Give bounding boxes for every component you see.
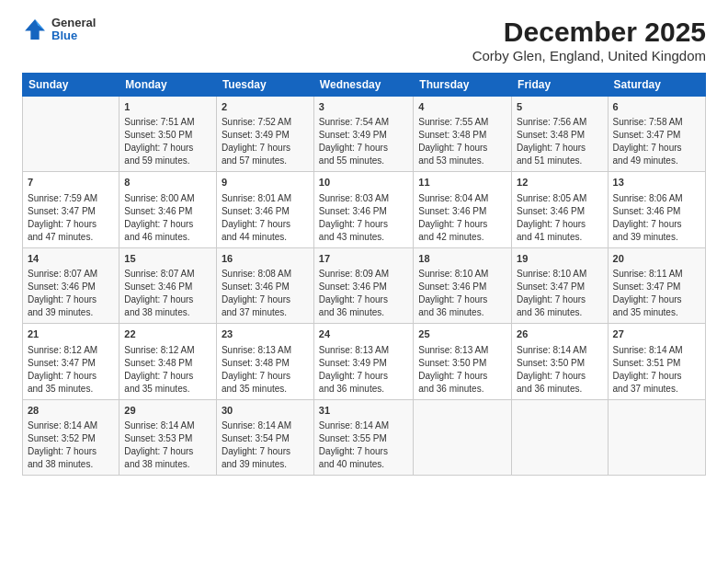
cell-info-line: Daylight: 7 hours bbox=[319, 293, 408, 306]
cell-info-line: Daylight: 7 hours bbox=[319, 218, 408, 231]
day-number: 25 bbox=[418, 327, 506, 341]
day-number: 21 bbox=[28, 327, 114, 341]
cell-info-line: Sunset: 3:52 PM bbox=[28, 432, 114, 445]
calendar-cell: 7Sunrise: 7:59 AMSunset: 3:47 PMDaylight… bbox=[23, 172, 119, 247]
cell-info-line: and 51 minutes. bbox=[517, 155, 602, 167]
day-number: 19 bbox=[517, 252, 602, 266]
calendar-cell: 18Sunrise: 8:10 AMSunset: 3:46 PMDayligh… bbox=[414, 247, 512, 323]
cell-info-line: Sunrise: 8:04 AM bbox=[418, 192, 506, 205]
cell-info-line: Sunrise: 8:07 AM bbox=[28, 268, 114, 281]
calendar-cell: 24Sunrise: 8:13 AMSunset: 3:49 PMDayligh… bbox=[313, 324, 413, 399]
calendar-week-row: 14Sunrise: 8:07 AMSunset: 3:46 PMDayligh… bbox=[23, 247, 706, 323]
calendar-cell: 31Sunrise: 8:14 AMSunset: 3:55 PMDayligh… bbox=[313, 399, 413, 475]
cell-info-line: Daylight: 7 hours bbox=[28, 293, 114, 306]
calendar-cell: 28Sunrise: 8:14 AMSunset: 3:52 PMDayligh… bbox=[23, 399, 119, 475]
cell-info-line: Sunset: 3:48 PM bbox=[222, 357, 309, 370]
cell-info-line: Sunrise: 7:56 AM bbox=[517, 116, 602, 129]
calendar-cell: 30Sunrise: 8:14 AMSunset: 3:54 PMDayligh… bbox=[216, 399, 313, 475]
day-number: 2 bbox=[222, 100, 309, 114]
cell-info-line: Sunset: 3:48 PM bbox=[517, 129, 602, 142]
cell-info-line: and 59 minutes. bbox=[124, 155, 211, 167]
calendar-week-row: 7Sunrise: 7:59 AMSunset: 3:47 PMDaylight… bbox=[23, 172, 706, 247]
cell-info-line: and 46 minutes. bbox=[124, 231, 211, 244]
calendar-week-row: 1Sunrise: 7:51 AMSunset: 3:50 PMDaylight… bbox=[23, 97, 706, 172]
cell-info-line: Sunset: 3:47 PM bbox=[28, 205, 114, 218]
calendar-cell: 19Sunrise: 8:10 AMSunset: 3:47 PMDayligh… bbox=[512, 247, 608, 323]
cell-info-line: Sunrise: 7:51 AM bbox=[124, 116, 211, 129]
cell-info-line: Sunrise: 8:00 AM bbox=[124, 192, 211, 205]
cell-info-line: Sunset: 3:46 PM bbox=[319, 205, 408, 218]
cell-info-line: Sunset: 3:46 PM bbox=[517, 205, 602, 218]
calendar-cell: 13Sunrise: 8:06 AMSunset: 3:46 PMDayligh… bbox=[608, 172, 705, 247]
calendar-cell bbox=[512, 399, 608, 475]
calendar-week-row: 28Sunrise: 8:14 AMSunset: 3:52 PMDayligh… bbox=[23, 399, 706, 475]
cell-info-line: Sunrise: 7:52 AM bbox=[222, 116, 309, 129]
cell-info-line: and 38 minutes. bbox=[28, 458, 114, 471]
cell-info-line: and 57 minutes. bbox=[222, 155, 309, 167]
cell-info-line: and 35 minutes. bbox=[28, 383, 114, 396]
cell-info-line: Daylight: 7 hours bbox=[418, 218, 506, 231]
cell-info-line: and 36 minutes. bbox=[319, 383, 408, 396]
cell-info-line: and 47 minutes. bbox=[28, 231, 114, 244]
cell-info-line: Sunset: 3:49 PM bbox=[222, 129, 309, 142]
cell-info-line: Daylight: 7 hours bbox=[517, 142, 602, 155]
day-number: 31 bbox=[319, 404, 408, 418]
calendar-cell: 12Sunrise: 8:05 AMSunset: 3:46 PMDayligh… bbox=[512, 172, 608, 247]
day-number: 30 bbox=[222, 404, 309, 418]
cell-info-line: and 49 minutes. bbox=[613, 155, 700, 167]
cell-info-line: Sunset: 3:47 PM bbox=[613, 129, 700, 142]
calendar-day-header: Saturday bbox=[608, 74, 705, 97]
cell-info-line: and 37 minutes. bbox=[222, 306, 309, 319]
cell-info-line: Daylight: 7 hours bbox=[613, 293, 700, 306]
calendar-cell bbox=[414, 399, 512, 475]
cell-info-line: and 35 minutes. bbox=[124, 383, 211, 396]
calendar-cell bbox=[23, 97, 119, 172]
cell-info-line: Sunrise: 8:06 AM bbox=[613, 192, 700, 205]
cell-info-line: Sunset: 3:46 PM bbox=[28, 281, 114, 293]
cell-info-line: Daylight: 7 hours bbox=[222, 445, 309, 458]
cell-info-line: Daylight: 7 hours bbox=[517, 218, 602, 231]
cell-info-line: Sunset: 3:47 PM bbox=[28, 357, 114, 370]
cell-info-line: Daylight: 7 hours bbox=[124, 445, 211, 458]
cell-info-line: Sunset: 3:46 PM bbox=[418, 205, 506, 218]
day-number: 26 bbox=[517, 327, 602, 341]
page: General Blue December 2025 Corby Glen, E… bbox=[0, 0, 728, 563]
cell-info-line: and 38 minutes. bbox=[124, 306, 211, 319]
cell-info-line: Daylight: 7 hours bbox=[28, 445, 114, 458]
cell-info-line: Sunrise: 7:59 AM bbox=[28, 192, 114, 205]
calendar-cell: 21Sunrise: 8:12 AMSunset: 3:47 PMDayligh… bbox=[23, 324, 119, 399]
day-number: 20 bbox=[613, 252, 700, 266]
calendar-week-row: 21Sunrise: 8:12 AMSunset: 3:47 PMDayligh… bbox=[23, 324, 706, 399]
cell-info-line: Daylight: 7 hours bbox=[124, 370, 211, 383]
cell-info-line: Sunset: 3:46 PM bbox=[222, 281, 309, 293]
cell-info-line: Sunset: 3:49 PM bbox=[319, 357, 408, 370]
day-number: 14 bbox=[28, 252, 114, 266]
cell-info-line: and 36 minutes. bbox=[319, 306, 408, 319]
calendar-cell: 3Sunrise: 7:54 AMSunset: 3:49 PMDaylight… bbox=[313, 97, 413, 172]
calendar-day-header: Friday bbox=[512, 74, 608, 97]
cell-info-line: Daylight: 7 hours bbox=[222, 142, 309, 155]
calendar-day-header: Sunday bbox=[23, 74, 119, 97]
calendar-cell: 10Sunrise: 8:03 AMSunset: 3:46 PMDayligh… bbox=[313, 172, 413, 247]
cell-info-line: Sunset: 3:53 PM bbox=[124, 432, 211, 445]
cell-info-line: Sunrise: 8:08 AM bbox=[222, 268, 309, 281]
cell-info-line: Sunset: 3:50 PM bbox=[517, 357, 602, 370]
calendar-cell bbox=[608, 399, 705, 475]
cell-info-line: Daylight: 7 hours bbox=[28, 370, 114, 383]
calendar-cell: 29Sunrise: 8:14 AMSunset: 3:53 PMDayligh… bbox=[119, 399, 217, 475]
day-number: 8 bbox=[124, 176, 211, 190]
calendar-cell: 8Sunrise: 8:00 AMSunset: 3:46 PMDaylight… bbox=[119, 172, 217, 247]
calendar-cell: 26Sunrise: 8:14 AMSunset: 3:50 PMDayligh… bbox=[512, 324, 608, 399]
cell-info-line: and 36 minutes. bbox=[517, 383, 602, 396]
cell-info-line: Sunset: 3:49 PM bbox=[319, 129, 408, 142]
cell-info-line: Daylight: 7 hours bbox=[517, 370, 602, 383]
calendar-day-header: Tuesday bbox=[216, 74, 313, 97]
calendar-cell: 25Sunrise: 8:13 AMSunset: 3:50 PMDayligh… bbox=[414, 324, 512, 399]
calendar-cell: 16Sunrise: 8:08 AMSunset: 3:46 PMDayligh… bbox=[216, 247, 313, 323]
cell-info-line: Sunrise: 8:11 AM bbox=[613, 268, 700, 281]
calendar-cell: 23Sunrise: 8:13 AMSunset: 3:48 PMDayligh… bbox=[216, 324, 313, 399]
cell-info-line: Sunset: 3:55 PM bbox=[319, 432, 408, 445]
day-number: 3 bbox=[319, 100, 408, 114]
cell-info-line: Sunset: 3:50 PM bbox=[418, 357, 506, 370]
header: General Blue December 2025 Corby Glen, E… bbox=[22, 17, 706, 63]
